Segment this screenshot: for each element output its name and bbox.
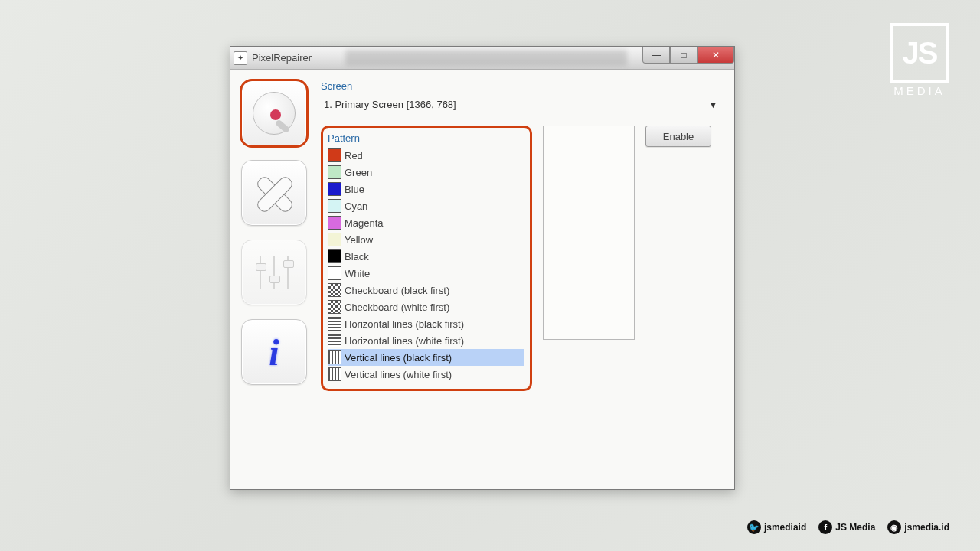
sidebar: i: [241, 80, 310, 391]
social-credits: 🐦jsmediaid fJS Media ◉jsmedia.id: [747, 520, 949, 534]
pattern-item-label: Magenta: [345, 217, 384, 229]
pattern-item-label: Vertical lines (black first): [345, 352, 452, 364]
maximize-button[interactable]: □: [670, 47, 697, 64]
magnifier-icon: [253, 92, 296, 135]
instagram-handle: ◉jsmedia.id: [887, 520, 949, 534]
instagram-icon: ◉: [887, 520, 901, 534]
sidebar-item-search[interactable]: [241, 80, 307, 146]
twitter-icon: 🐦: [747, 520, 761, 534]
pattern-group: Pattern RedGreenBlueCyanMagentaYellowBla…: [321, 126, 532, 391]
twitter-handle: 🐦jsmediaid: [747, 520, 806, 534]
pattern-item[interactable]: White: [328, 265, 524, 282]
pattern-swatch: [328, 334, 341, 347]
pattern-label: Pattern: [328, 132, 524, 144]
titlebar[interactable]: PixelRepairer — □ ✕: [230, 47, 734, 70]
pattern-item-label: White: [345, 268, 370, 279]
pattern-item-label: Checkboard (white first): [345, 302, 449, 313]
enable-button[interactable]: Enable: [645, 126, 711, 147]
chevron-down-icon: ▼: [709, 100, 717, 109]
pattern-swatch: [328, 317, 341, 331]
pattern-list[interactable]: RedGreenBlueCyanMagentaYellowBlackWhiteC…: [328, 147, 524, 383]
pattern-item-label: Black: [345, 251, 369, 262]
pattern-swatch: [328, 249, 341, 263]
pattern-item[interactable]: Green: [328, 164, 524, 181]
facebook-icon: f: [818, 520, 832, 534]
brand-logo-box: JS: [890, 23, 949, 83]
pattern-item[interactable]: Blue: [328, 181, 524, 197]
pattern-item-label: Yellow: [345, 234, 373, 246]
screen-dropdown[interactable]: 1. Primary Screen [1366, 768] ▼: [321, 95, 724, 115]
pattern-item[interactable]: Yellow: [328, 231, 524, 248]
minimize-button[interactable]: —: [642, 47, 670, 64]
screen-selected: 1. Primary Screen [1366, 768]: [324, 99, 456, 110]
pattern-swatch: [328, 266, 341, 280]
sidebar-item-settings[interactable]: [241, 240, 307, 305]
pattern-swatch: [328, 367, 341, 381]
pattern-item-label: Horizontal lines (white first): [345, 335, 464, 347]
sliders-icon: [253, 252, 295, 293]
close-button[interactable]: ✕: [697, 47, 734, 64]
sidebar-item-info[interactable]: i: [241, 319, 307, 385]
info-icon: i: [269, 331, 279, 373]
pattern-item-label: Cyan: [345, 201, 368, 212]
pattern-swatch: [328, 216, 341, 230]
pattern-item[interactable]: Red: [328, 147, 524, 164]
pattern-item[interactable]: Vertical lines (black first): [328, 349, 524, 366]
pattern-swatch: [328, 148, 341, 162]
app-title: PixelRepairer: [252, 52, 312, 64]
pattern-item[interactable]: Checkboard (black first): [328, 282, 524, 298]
pattern-swatch: [328, 283, 341, 297]
screen-label: Screen: [321, 80, 724, 92]
pattern-item-label: Red: [345, 150, 363, 161]
sidebar-item-repair[interactable]: [241, 160, 307, 226]
pattern-item[interactable]: Vertical lines (white first): [328, 366, 524, 383]
pattern-item-label: Green: [345, 167, 372, 178]
bandage-icon: [253, 172, 295, 214]
titlebar-blur-region: [345, 50, 627, 66]
pattern-item-label: Horizontal lines (black first): [345, 318, 464, 330]
pattern-swatch: [328, 199, 341, 213]
pattern-item[interactable]: Horizontal lines (white first): [328, 332, 524, 349]
pattern-item[interactable]: Checkboard (white first): [328, 298, 524, 315]
pattern-swatch: [328, 182, 341, 196]
pattern-swatch: [328, 350, 341, 364]
app-window: PixelRepairer — □ ✕ i: [230, 46, 735, 490]
brand-logo-sub: MEDIA: [890, 84, 949, 97]
pattern-item-label: Vertical lines (white first): [345, 369, 452, 380]
pattern-item[interactable]: Magenta: [328, 214, 524, 231]
pattern-swatch: [328, 233, 341, 246]
pattern-swatch: [328, 300, 341, 314]
pattern-item[interactable]: Black: [328, 248, 524, 265]
app-icon: [234, 51, 247, 65]
preview-panel: [543, 126, 635, 340]
brand-logo: JS MEDIA: [890, 23, 949, 97]
pattern-item[interactable]: Cyan: [328, 197, 524, 214]
pattern-item-label: Blue: [345, 184, 364, 195]
pattern-item[interactable]: Horizontal lines (black first): [328, 315, 524, 332]
pattern-item-label: Checkboard (black first): [345, 285, 449, 296]
facebook-handle: fJS Media: [818, 520, 875, 534]
pattern-swatch: [328, 165, 341, 179]
